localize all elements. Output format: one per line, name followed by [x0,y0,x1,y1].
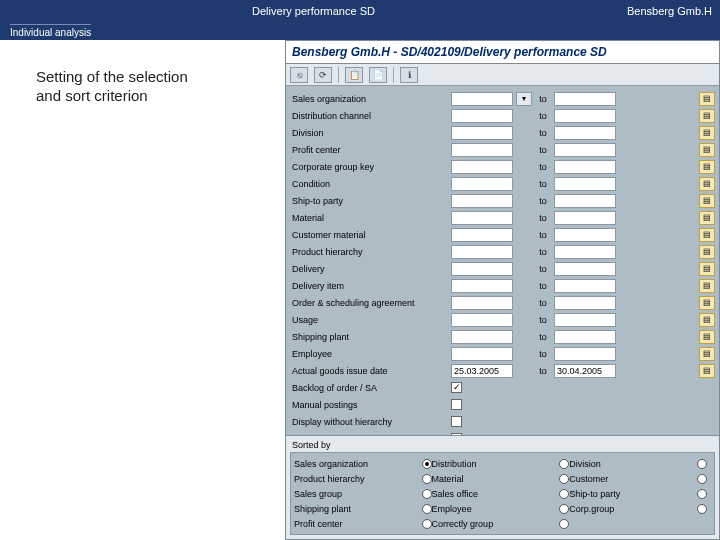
row-label: Product hierarchy [290,247,448,257]
from-input[interactable] [451,194,513,208]
to-label: to [535,315,551,325]
multiple-selection-icon[interactable]: ▤ [699,330,715,344]
sort-cell: Material [432,474,570,484]
multiple-selection-icon[interactable]: ▤ [699,245,715,259]
from-input[interactable] [451,245,513,259]
selection-row: Product hierarchyto▤ [290,243,715,260]
from-input[interactable] [451,330,513,344]
multiple-selection-icon[interactable]: ▤ [699,160,715,174]
multiple-selection-icon[interactable]: ▤ [699,262,715,276]
toolbar-btn-5[interactable]: ℹ [400,67,418,83]
to-input[interactable] [554,143,616,157]
sort-radio[interactable] [422,474,432,484]
sort-radio[interactable] [559,489,569,499]
to-input[interactable] [554,245,616,259]
to-input[interactable] [554,211,616,225]
content-area: Setting of the selection and sort criter… [0,40,720,540]
from-input[interactable] [451,143,513,157]
sort-radio[interactable] [559,519,569,529]
multiple-selection-icon[interactable]: ▤ [699,126,715,140]
to-label: to [535,298,551,308]
to-input[interactable] [554,126,616,140]
from-input[interactable] [451,347,513,361]
multiple-selection-icon[interactable]: ▤ [699,143,715,157]
toolbar-btn-4[interactable]: 📄 [369,67,387,83]
to-input[interactable] [554,313,616,327]
checkbox[interactable] [451,399,462,410]
multiple-selection-icon[interactable]: ▤ [699,313,715,327]
sort-radio[interactable] [559,474,569,484]
from-input[interactable] [451,262,513,276]
multiple-selection-icon[interactable]: ▤ [699,228,715,242]
from-input[interactable]: 25.03.2005 [451,364,513,378]
selection-row: Deliveryto▤ [290,260,715,277]
from-input[interactable] [451,126,513,140]
sort-label: Division [569,459,601,469]
to-input[interactable] [554,160,616,174]
to-input[interactable] [554,262,616,276]
multiple-selection-icon[interactable]: ▤ [699,194,715,208]
sort-label: Correctly group [432,519,494,529]
row-label: Delivery item [290,281,448,291]
from-input[interactable] [451,109,513,123]
to-input[interactable] [554,177,616,191]
multiple-selection-icon[interactable]: ▤ [699,92,715,106]
to-label: to [535,162,551,172]
toolbar-btn-2[interactable]: ⟳ [314,67,332,83]
header-brand: Bensberg Gmb.H [627,5,720,17]
sort-radio[interactable] [422,459,432,469]
sort-cell: Shipping plant [294,504,432,514]
checkbox[interactable] [451,416,462,427]
toolbar-btn-3[interactable]: 📋 [345,67,363,83]
to-input[interactable]: 30.04.2005 [554,364,616,378]
sort-radio[interactable] [697,504,707,514]
multiple-selection-icon[interactable]: ▤ [699,279,715,293]
sort-cell: Correctly group [432,519,570,529]
multiple-selection-icon[interactable]: ▤ [699,364,715,378]
sort-radio[interactable] [697,474,707,484]
sort-radio[interactable] [697,489,707,499]
from-input[interactable] [451,296,513,310]
to-input[interactable] [554,228,616,242]
toolbar-btn-1[interactable]: ⎋ [290,67,308,83]
from-input[interactable] [451,177,513,191]
checkbox-row: Manual postings [290,396,715,413]
checkbox[interactable] [451,382,462,393]
sort-radio[interactable] [697,459,707,469]
row-label: Usage [290,315,448,325]
from-input[interactable] [451,279,513,293]
row-label: Division [290,128,448,138]
toolbar-sep-2 [393,67,394,83]
multiple-selection-icon[interactable]: ▤ [699,109,715,123]
to-input[interactable] [554,347,616,361]
sort-radio[interactable] [559,459,569,469]
from-input[interactable] [451,313,513,327]
heading-line-1: Setting of the selection [36,68,188,85]
multiple-selection-icon[interactable]: ▤ [699,177,715,191]
sort-radio[interactable] [559,504,569,514]
from-input[interactable] [451,228,513,242]
to-input[interactable] [554,296,616,310]
to-input[interactable] [554,330,616,344]
to-input[interactable] [554,109,616,123]
selection-row: Actual goods issue date25.03.2005to30.04… [290,362,715,379]
from-input[interactable] [451,160,513,174]
sort-radio[interactable] [422,519,432,529]
sort-radio[interactable] [422,504,432,514]
from-input[interactable] [451,211,513,225]
multiple-selection-icon[interactable]: ▤ [699,296,715,310]
multiple-selection-icon[interactable]: ▤ [699,211,715,225]
heading-line-2: and sort criterion [36,87,148,104]
row-label: Order & scheduling agreement [290,298,448,308]
search-help-icon[interactable]: ▾ [516,92,532,106]
sort-cell: Sales organization [294,459,432,469]
subheader: Individual analysis [0,22,720,40]
multiple-selection-icon[interactable]: ▤ [699,347,715,361]
from-input[interactable] [451,92,513,106]
sort-radio[interactable] [422,489,432,499]
sort-cell: Ship-to party [569,489,707,499]
to-input[interactable] [554,194,616,208]
to-input[interactable] [554,92,616,106]
sort-label: Distribution [432,459,477,469]
to-input[interactable] [554,279,616,293]
